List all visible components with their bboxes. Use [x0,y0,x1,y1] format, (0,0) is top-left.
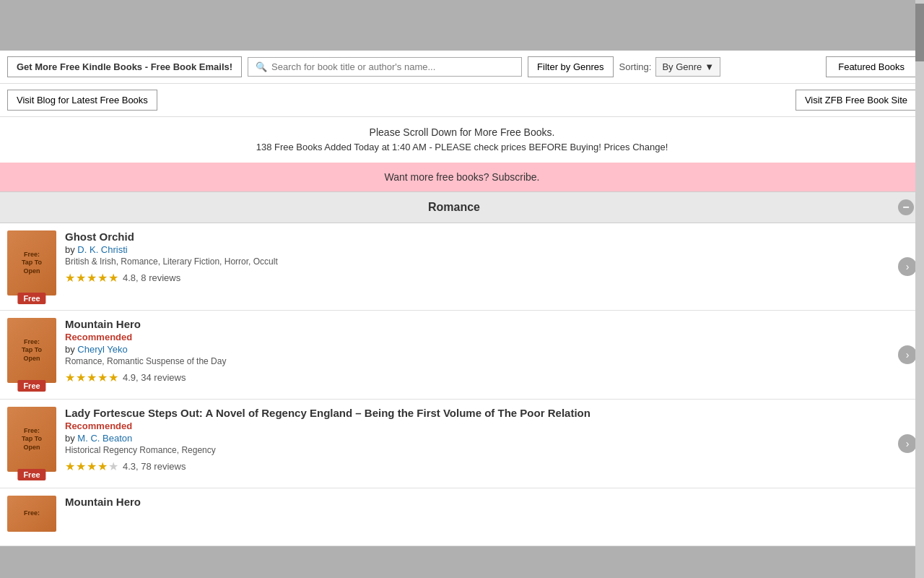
book-rating: ★★★★★ 4.8, 8 reviews [65,271,895,285]
star-full: ★ [65,460,75,473]
book-chevron-right[interactable]: › [898,257,917,276]
book-list: Free: Tap To Open Free Ghost Orchid by D… [0,223,924,546]
cover-text: Free: Tap To Open [22,251,42,276]
book-title: Mountain Hero [65,318,895,330]
search-input[interactable] [271,61,514,72]
book-genres: Romance, Romantic Suspense of the Day [65,356,895,366]
star-half: ★ [108,371,118,384]
star-full: ★ [65,271,75,285]
toolbar: Get More Free Kindle Books - Free Book E… [0,51,924,84]
subscribe-banner[interactable]: Want more free books? Subscribe. [0,163,924,191]
cover-text: Free: [24,509,40,518]
visit-zfb-button[interactable]: Visit ZFB Free Book Site [796,90,917,111]
sort-dropdown[interactable]: By Genre ▼ [655,57,720,77]
cover-text: Free: Tap To Open [22,338,42,363]
rating-value: 4.8, 8 reviews [123,272,180,283]
scrollbar-thumb[interactable] [915,4,924,61]
free-badge: Free [17,380,45,392]
star-full: ★ [87,271,97,285]
stars: ★★★★★ [65,460,118,473]
rating-value: 4.3, 78 reviews [123,461,186,472]
announcement-line2: 138 Free Books Added Today at 1:40 AM - … [7,140,917,155]
star-full: ★ [97,371,108,384]
search-box: 🔍 [248,57,522,77]
book-genres: Historical Regency Romance, Regency [65,445,895,455]
book-author: by M. C. Beaton [65,433,895,444]
search-icon: 🔍 [256,61,267,72]
book-info: Ghost Orchid by D. K. Christi British & … [65,230,917,296]
star-full: ★ [76,460,86,473]
secondary-bar: Visit Blog for Latest Free Books Visit Z… [0,84,924,117]
free-badge: Free [17,293,45,304]
book-rating: ★★★★★ 4.9, 34 reviews [65,371,895,384]
scrollbar-track[interactable] [915,0,924,546]
author-link[interactable]: Cheryl Yeko [77,344,127,355]
table-row: Free: Tap To Open Free Lady Fortescue St… [0,400,924,488]
table-row: Free: Mountain Hero [0,488,924,546]
book-genres: British & Irish, Romance, Literary Ficti… [65,256,895,267]
sort-value: By Genre [662,61,702,72]
book-info: Mountain Hero Recommended by Cheryl Yeko… [65,318,917,384]
star-full: ★ [87,460,97,473]
announcement: Please Scroll Down for More Free Books. … [0,117,924,163]
book-info: Mountain Hero [65,496,917,538]
book-cover[interactable]: Free: Tap To Open Free [7,318,56,383]
table-row: Free: Tap To Open Free Ghost Orchid by D… [0,223,924,311]
cover-text: Free: Tap To Open [22,427,42,452]
book-cover[interactable]: Free: [7,496,56,532]
filter-genres-button[interactable]: Filter by Genres [528,56,613,77]
book-recommended: Recommended [65,420,895,431]
book-cover[interactable]: Free: Tap To Open Free [7,407,56,472]
featured-books-button[interactable]: Featured Books [826,56,917,77]
stars: ★★★★★ [65,271,118,285]
star-empty: ★ [108,460,118,473]
book-info: Lady Fortescue Steps Out: A Novel of Reg… [65,407,917,473]
author-link[interactable]: D. K. Christi [77,244,127,255]
genre-title: Romance [10,201,898,214]
book-title: Lady Fortescue Steps Out: A Novel of Reg… [65,407,895,419]
sorting-label: Sorting: [619,61,652,72]
free-kindle-button[interactable]: Get More Free Kindle Books - Free Book E… [7,56,242,77]
book-author: by Cheryl Yeko [65,344,895,355]
sorting-group: Sorting: By Genre ▼ [619,57,721,77]
star-half: ★ [108,271,118,285]
genre-collapse-button[interactable]: − [898,199,914,215]
book-title: Mountain Hero [65,496,895,508]
star-full: ★ [76,371,86,384]
star-full: ★ [87,371,97,384]
book-rating: ★★★★★ 4.3, 78 reviews [65,460,895,473]
star-full: ★ [97,271,108,285]
table-row: Free: Tap To Open Free Mountain Hero Rec… [0,311,924,400]
announcement-line1: Please Scroll Down for More Free Books. [7,124,917,140]
star-full: ★ [97,460,108,473]
subscribe-text: Want more free books? Subscribe. [384,171,539,183]
book-chevron-right[interactable]: › [898,345,917,364]
book-chevron-right[interactable]: › [898,434,917,453]
rating-value: 4.9, 34 reviews [123,372,186,383]
book-author: by D. K. Christi [65,244,895,255]
free-badge: Free [17,469,45,480]
chevron-down-icon: ▼ [705,61,714,72]
star-full: ★ [76,271,86,285]
book-cover[interactable]: Free: Tap To Open Free [7,230,56,296]
star-full: ★ [65,371,75,384]
stars: ★★★★★ [65,371,118,384]
author-link[interactable]: M. C. Beaton [77,433,132,444]
book-recommended: Recommended [65,332,895,342]
visit-blog-button[interactable]: Visit Blog for Latest Free Books [7,90,157,111]
book-title: Ghost Orchid [65,230,895,243]
genre-header: Romance − [0,191,924,223]
